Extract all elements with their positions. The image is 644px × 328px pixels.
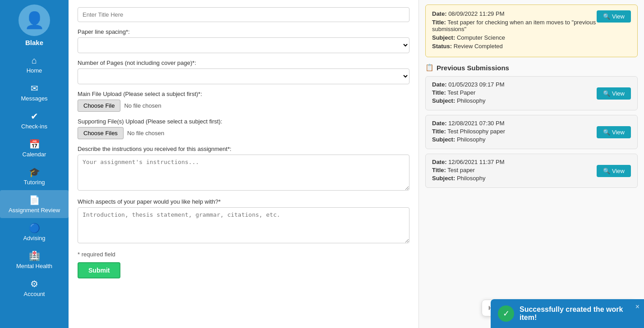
sidebar-item-mental-health[interactable]: 🏥 Mental Health: [0, 246, 69, 274]
aspects-textarea[interactable]: [78, 207, 409, 243]
current-submission-card: Date: 08/09/2022 11:29 PM Title: Test pa…: [425, 5, 638, 57]
sidebar-item-check-ins[interactable]: ✔ Check-ins: [0, 106, 69, 134]
form-area: Paper line spacing*: Single Double Numbe…: [69, 0, 419, 328]
prev-submission-info-0: Date: 01/05/2023 09:17 PM Title: Test Pa…: [432, 81, 504, 105]
assignment-review-icon: 📄: [29, 195, 40, 205]
previous-submissions-title: 📋 Previous Submissions: [425, 64, 638, 72]
prev-view-button-2[interactable]: 🔍 View: [597, 165, 631, 177]
aspects-label: Which aspects of your paper would you li…: [78, 198, 409, 205]
prev-date-2: Date: 12/06/2021 11:37 PM: [432, 159, 504, 165]
sidebar-item-assignment-review[interactable]: 📄 Assignment Review: [0, 190, 69, 218]
sidebar-item-mental-health-label: Mental Health: [16, 263, 52, 269]
current-submission-info: Date: 08/09/2022 11:29 PM Title: Test pa…: [432, 10, 597, 51]
current-subject: Subject: Computer Science: [432, 34, 597, 41]
sidebar-item-home-label: Home: [27, 67, 42, 74]
prev-title-2: Title: Test paper: [432, 167, 504, 173]
search-icon: 🔍: [603, 13, 610, 20]
required-note: * required field: [78, 251, 409, 258]
main-file-no-file-text: No file chosen: [124, 102, 161, 109]
calendar-icon: 📅: [29, 139, 40, 150]
current-title-value: Test paper for checking when an item mov…: [432, 19, 596, 32]
instructions-label: Describe the instructions you received f…: [78, 146, 409, 152]
sidebar-item-tutoring-label: Tutoring: [23, 179, 45, 186]
title-input[interactable]: [78, 7, 409, 22]
sidebar: 👤 Blake ⌂ Home ✉ Messages ✔ Check-ins 📅 …: [0, 0, 69, 328]
prev-date-0: Date: 01/05/2023 09:17 PM: [432, 81, 504, 88]
sidebar-item-advising[interactable]: 🔵 Advising: [0, 218, 69, 246]
main-file-group: Main File Upload (Please select a subjec…: [78, 91, 409, 112]
current-date-value: 08/09/2022 11:29 PM: [448, 10, 504, 17]
submit-button[interactable]: Submit: [78, 262, 120, 278]
right-panel: Date: 08/09/2022 11:29 PM Title: Test pa…: [419, 0, 644, 328]
current-status: Status: Review Completed: [432, 43, 597, 50]
current-date: Date: 08/09/2022 11:29 PM: [432, 10, 597, 17]
prev-submission-info-1: Date: 12/08/2021 07:30 PM Title: Test Ph…: [432, 120, 505, 144]
toast-check-icon: ✓: [498, 305, 514, 322]
sidebar-item-home[interactable]: ⌂ Home: [0, 51, 69, 78]
current-title-label: Title:: [432, 19, 446, 26]
supporting-files-group: Supporting File(s) Upload (Please select…: [78, 118, 409, 139]
pages-group: Number of Pages (not including cover pag…: [78, 59, 409, 84]
previous-submissions-section: 📋 Previous Submissions Date: 01/05/2023 …: [425, 64, 638, 188]
sidebar-item-account[interactable]: ⚙ Account: [0, 274, 69, 302]
sidebar-item-assignment-review-label: Assignment Review: [9, 207, 60, 214]
sidebar-item-messages[interactable]: ✉ Messages: [0, 78, 69, 106]
messages-icon: ✉: [31, 83, 38, 94]
current-date-label: Date:: [432, 10, 447, 17]
current-status-label: Status:: [432, 43, 452, 50]
sidebar-item-calendar[interactable]: 📅 Calendar: [0, 134, 69, 162]
prev-submission-card-2: Date: 12/06/2021 11:37 PM Title: Test pa…: [425, 154, 638, 188]
supporting-files-no-file-text: No file chosen: [127, 130, 164, 137]
sidebar-item-check-ins-label: Check-ins: [21, 123, 47, 130]
avatar: 👤: [18, 5, 50, 36]
prev-date-1: Date: 12/08/2021 07:30 PM: [432, 120, 505, 127]
line-spacing-select[interactable]: Single Double: [78, 37, 409, 53]
choose-file-button[interactable]: Choose File: [78, 100, 120, 112]
search-icon-1: 🔍: [603, 129, 610, 136]
sidebar-item-account-label: Account: [24, 291, 45, 297]
toast-close-button[interactable]: ×: [635, 303, 639, 311]
prev-title-0: Title: Test Paper: [432, 89, 504, 96]
prev-submission-info-2: Date: 12/06/2021 11:37 PM Title: Test pa…: [432, 159, 504, 183]
line-spacing-label: Paper line spacing*:: [78, 28, 409, 35]
pages-label: Number of Pages (not including cover pag…: [78, 59, 409, 66]
tutoring-icon: 🎓: [29, 167, 40, 178]
prev-subject-0: Subject: Philosophy: [432, 97, 504, 104]
file-icon: 📋: [425, 64, 434, 72]
mental-health-icon: 🏥: [29, 251, 40, 261]
check-ins-icon: ✔: [31, 111, 38, 122]
pages-select[interactable]: 1 2 3 4 5: [78, 68, 409, 84]
current-view-button[interactable]: 🔍 View: [597, 10, 631, 23]
current-title: Title: Test paper for checking when an i…: [432, 19, 597, 32]
main-file-upload-row: Choose File No file chosen: [78, 100, 409, 112]
search-icon-2: 🔍: [603, 168, 610, 174]
sidebar-item-messages-label: Messages: [21, 95, 47, 102]
sidebar-username: Blake: [25, 39, 43, 46]
title-group: [78, 7, 409, 22]
prev-submission-card-0: Date: 01/05/2023 09:17 PM Title: Test Pa…: [425, 76, 638, 110]
prev-subject-1: Subject: Philosophy: [432, 136, 505, 143]
choose-files-button[interactable]: Choose Files: [78, 127, 124, 139]
instructions-group: Describe the instructions you received f…: [78, 146, 409, 192]
prev-subject-2: Subject: Philosophy: [432, 175, 504, 182]
prev-view-button-1[interactable]: 🔍 View: [597, 126, 631, 138]
main-content: Paper line spacing*: Single Double Numbe…: [69, 0, 644, 328]
current-status-value: Review Completed: [454, 43, 503, 50]
sidebar-item-tutoring[interactable]: 🎓 Tutoring: [0, 162, 69, 190]
current-subject-value: Computer Science: [457, 34, 505, 41]
advising-icon: 🔵: [29, 223, 40, 233]
search-icon-0: 🔍: [603, 90, 610, 97]
avatar-icon: 👤: [24, 11, 45, 30]
line-spacing-group: Paper line spacing*: Single Double: [78, 28, 409, 53]
prev-view-button-0[interactable]: 🔍 View: [597, 87, 631, 100]
account-icon: ⚙: [30, 278, 38, 289]
supporting-files-upload-row: Choose Files No file chosen: [78, 127, 409, 139]
success-toast: ✓ Successfully created the work item! ×: [491, 299, 644, 328]
supporting-files-label: Supporting File(s) Upload (Please select…: [78, 118, 409, 125]
prev-title-1: Title: Test Philosophy paper: [432, 128, 505, 135]
toast-message: Successfully created the work item!: [520, 305, 637, 322]
instructions-textarea[interactable]: [78, 155, 409, 191]
sidebar-item-calendar-label: Calendar: [23, 151, 46, 158]
main-file-label: Main File Upload (Please select a subjec…: [78, 91, 409, 97]
aspects-group: Which aspects of your paper would you li…: [78, 198, 409, 245]
